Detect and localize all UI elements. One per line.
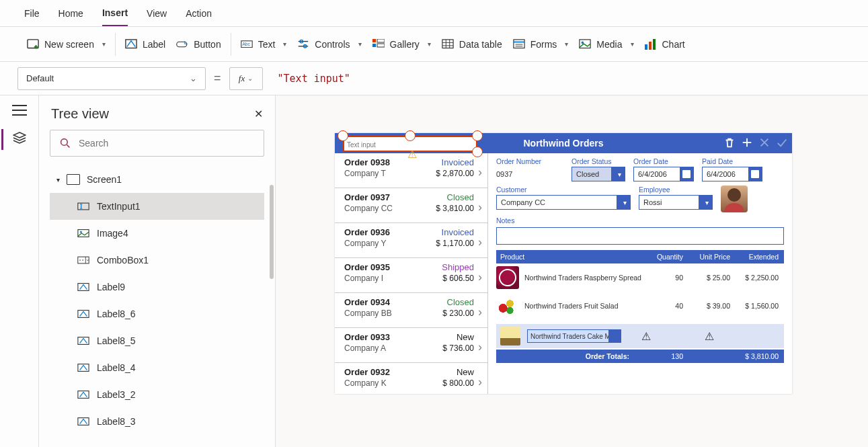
close-icon[interactable]: ✕: [254, 108, 263, 120]
order-list-item[interactable]: Order 0935Company IShipped$ 606.50›: [335, 258, 487, 293]
tree-image4[interactable]: Image4: [50, 220, 264, 247]
menu-insert[interactable]: Insert: [102, 7, 128, 26]
order-totals-row: Order Totals: 130 $ 3,810.00: [496, 350, 784, 363]
label-icon: [77, 362, 90, 373]
resize-handle-tr[interactable]: [472, 130, 483, 141]
menu-view[interactable]: View: [147, 8, 167, 19]
datatable-icon: [442, 39, 454, 50]
order-list-item[interactable]: Order 0934Company BBClosed$ 230.00›: [335, 293, 487, 328]
order-list-item[interactable]: Order 0932Company KNew$ 800.00›: [335, 363, 487, 394]
app-preview: Northwind Orders Order 0938Company TInvo…: [335, 133, 792, 394]
tree-textinput1[interactable]: TextInput1: [50, 193, 264, 220]
insert-label-button[interactable]: Label: [125, 39, 165, 50]
textinput-icon: [77, 201, 90, 212]
scrollbar-thumb[interactable]: [270, 185, 274, 279]
order-list-item[interactable]: Order 0936Company YInvoiced$ 1,170.00›: [335, 223, 487, 258]
image-icon: [77, 228, 90, 239]
chevron-right-icon: ›: [478, 270, 482, 284]
label-icon: [77, 416, 90, 427]
insert-controls-button[interactable]: Controls: [297, 39, 361, 50]
resize-handle-br[interactable]: [472, 147, 483, 157]
cancel-icon[interactable]: [758, 136, 771, 151]
customer-select[interactable]: Company CC: [496, 195, 631, 210]
tree-label8-3[interactable]: Label8_3: [50, 408, 264, 435]
screen-icon: [27, 39, 39, 50]
order-number-value: 0937: [496, 167, 563, 181]
svg-rect-24: [580, 40, 590, 48]
employee-select[interactable]: Rossi: [639, 195, 713, 210]
tree-combobox1[interactable]: ComboBox1: [50, 247, 264, 274]
svg-rect-20: [514, 40, 524, 48]
svg-rect-14: [377, 44, 385, 47]
tree-label8-5[interactable]: Label8_5: [50, 327, 264, 354]
product-grid-header: Product Quantity Unit Price Extended: [496, 250, 784, 263]
svg-point-29: [61, 139, 68, 146]
hamburger-icon[interactable]: [12, 105, 27, 116]
insert-media-button[interactable]: Media: [579, 39, 633, 50]
canvas[interactable]: Text input ⚠ Northwind Orders Order 0938…: [276, 95, 868, 447]
search-input[interactable]: [77, 137, 254, 149]
chart-icon: [645, 39, 657, 50]
svg-rect-11: [372, 39, 376, 42]
insert-chart-button[interactable]: Chart: [645, 39, 685, 50]
svg-rect-26: [645, 44, 647, 50]
cake-image: [500, 327, 520, 346]
label-icon: [77, 309, 90, 319]
formula-input[interactable]: "Text input": [271, 67, 851, 90]
product-row[interactable]: Northwind Traders Fruit Salad40$ 39.00$ …: [496, 292, 784, 320]
resize-handle-tl[interactable]: [338, 130, 348, 141]
insert-datatable-button[interactable]: Data table: [442, 39, 502, 50]
warning-icon: ⚠: [641, 330, 651, 343]
label-icon: [77, 335, 90, 346]
tree-screen1[interactable]: ▾ Screen1: [50, 166, 264, 193]
tree-label8-4[interactable]: Label8_4: [50, 354, 264, 381]
menu-file[interactable]: File: [24, 8, 40, 19]
property-selector[interactable]: Default: [17, 67, 206, 90]
order-list-item[interactable]: Order 0937Company CCClosed$ 3,810.00›: [335, 188, 487, 223]
svg-point-38: [79, 259, 81, 261]
svg-point-39: [82, 259, 83, 261]
order-status-select[interactable]: Closed: [571, 167, 625, 181]
paid-date-picker[interactable]: 6/4/2006: [702, 167, 762, 181]
trash-icon[interactable]: [723, 136, 736, 151]
chevron-right-icon: ›: [478, 235, 482, 249]
ribbon: New screen Label Button Abc Text Control…: [0, 27, 868, 62]
notes-input[interactable]: [496, 227, 784, 245]
treeview-search[interactable]: [50, 130, 264, 157]
tree-view-panel: Tree view ✕ ▾ Screen1 TextInput1 Image4: [39, 95, 276, 447]
insert-text-button[interactable]: Abc Text: [241, 39, 287, 50]
forms-icon: [513, 39, 525, 50]
order-date-picker[interactable]: 6/4/2006: [633, 167, 694, 181]
resize-handle-tc[interactable]: [405, 130, 416, 141]
combobox-icon: [77, 255, 90, 266]
insert-forms-button[interactable]: Forms: [513, 39, 569, 50]
svg-text:Abc: Abc: [242, 42, 250, 46]
menu-action[interactable]: Action: [186, 8, 212, 19]
check-icon[interactable]: [776, 136, 788, 151]
svg-rect-12: [377, 39, 385, 42]
screen-icon: [67, 174, 80, 185]
product-row[interactable]: Northwind Traders Raspberry Spread90$ 25…: [496, 263, 784, 292]
warning-icon: ⚠: [705, 330, 714, 343]
insert-gallery-button[interactable]: Gallery: [372, 39, 431, 50]
fx-button[interactable]: fx: [229, 67, 263, 90]
insert-button-button[interactable]: Button: [176, 39, 221, 50]
tree-label3-2[interactable]: Label3_2: [50, 381, 264, 408]
add-product-select[interactable]: Northwind Traders Cake Mix: [527, 329, 621, 343]
menu-home[interactable]: Home: [58, 8, 83, 19]
formula-bar: Default = fx "Text input": [0, 62, 868, 95]
svg-line-30: [67, 145, 69, 147]
product-image: [496, 294, 519, 317]
svg-rect-15: [442, 40, 453, 48]
order-gallery[interactable]: Order 0938Company TInvoiced$ 2,870.00›Or…: [335, 153, 488, 394]
treeview-rail-icon[interactable]: [1, 129, 26, 150]
label-icon: [77, 282, 90, 292]
product-image: [496, 266, 519, 289]
svg-point-36: [80, 231, 82, 233]
new-screen-button[interactable]: New screen: [27, 39, 106, 50]
order-list-item[interactable]: Order 0933Company ANew$ 736.00›: [335, 328, 487, 363]
warning-icon: ⚠: [407, 148, 417, 161]
tree-label8-6[interactable]: Label8_6: [50, 300, 264, 327]
plus-icon[interactable]: [741, 136, 753, 151]
tree-label9[interactable]: Label9: [50, 274, 264, 300]
